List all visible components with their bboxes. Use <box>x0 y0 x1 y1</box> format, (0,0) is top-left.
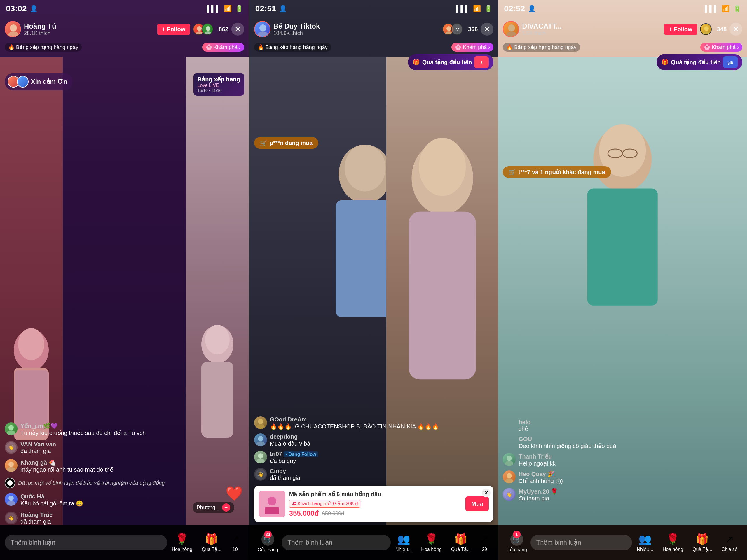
svg-point-61 <box>507 456 512 461</box>
share-count-1: 10 <box>233 547 238 552</box>
rose-icon-2: 🌹 <box>425 533 438 545</box>
info-bar-1: 🔥 Bảng xếp hạng hàng ngày 🌸 Khám phá › <box>0 41 249 54</box>
explore-link-1[interactable]: 🌸 Khám phá › <box>202 43 244 52</box>
phuong-follow-icon-1[interactable]: + <box>222 503 230 512</box>
signal-icon-3: ▌▌▌ <box>705 5 718 12</box>
rose-label-3: Hoa hồng <box>663 546 684 552</box>
svg-point-9 <box>197 26 202 31</box>
svg-point-8 <box>8 31 19 37</box>
rose-btn-1[interactable]: 🌹 Hoa hồng <box>167 533 197 552</box>
viewer-count-2: 366 <box>468 26 478 33</box>
comment-input-1[interactable] <box>5 535 167 550</box>
product-image-2 <box>259 491 285 517</box>
share-btn-2[interactable]: ↗ 29 <box>475 533 493 552</box>
phuong-label-1: Phương... + <box>192 502 234 513</box>
svg-point-21 <box>7 501 15 506</box>
gift-btn-3[interactable]: 🎁 Quà Tặ... <box>688 533 717 552</box>
nhiều-btn-2[interactable]: 👥 Nhiều... <box>391 533 416 552</box>
share-icon-3: ↗ <box>725 533 734 545</box>
gift-btn-2[interactable]: 🎁 Quà Tặ... <box>446 533 475 552</box>
gift-btn-1[interactable]: 🎁 Quà Tặ... <box>197 533 226 552</box>
svg-point-12 <box>205 31 211 35</box>
comment-body-2-1: deepdong Mua ở đâu v bà <box>270 433 310 447</box>
explore-link-2[interactable]: 🌸 Khám phá › <box>452 43 493 52</box>
comment-name-2-1: deepdong <box>270 433 310 440</box>
comment-avatar-1-4 <box>5 493 18 506</box>
gift-label-1: Quà Tặ... <box>202 546 222 552</box>
nhieu-btn-3[interactable]: 👥 Nhiều... <box>632 533 658 552</box>
comment-input-2[interactable] <box>282 535 391 550</box>
comment-body-3-3: Heo Quay 🎉 Chỉ anh hùng :))) <box>518 471 563 484</box>
bottom-toolbar-2: 23 🛒 Cửa hàng 👥 Nhiều... 🌹 Hoa hồng 🎁 Qu… <box>250 525 498 560</box>
gift-icon-banner-3: 🎁 <box>661 59 669 65</box>
viewer-group-1 <box>193 23 213 35</box>
close-button-2[interactable]: ✕ <box>481 23 493 35</box>
share-btn-3[interactable]: ↗ Chia sẻ <box>717 533 742 552</box>
svg-point-14 <box>7 430 15 435</box>
phuong-name-1: Phương... <box>197 504 220 511</box>
comment-item-2-0: GOod DreAm 🔥🔥🔥 IG CHUACOTENSHOP BỊ BÃO T… <box>254 416 494 430</box>
comment-text-3-0: chê <box>518 426 531 432</box>
rose-btn-3[interactable]: 🌹 Hoa hồng <box>658 533 688 552</box>
gift-banner-text-3: Quà tặng đầu tiên <box>671 59 721 65</box>
comment-body-3-1: GOU Đeo kính nhìn giống cô giáo thảo quá <box>518 436 616 450</box>
stream-panel-3: 02:52 👤 ▌▌▌ 📶 🔋 DIVACATT... 1.5K thích +… <box>498 0 747 560</box>
people-icon-2: 👥 <box>397 533 410 545</box>
svg-text:gift: gift <box>728 61 733 65</box>
product-buy-btn-2[interactable]: Mua <box>465 497 489 511</box>
cua-hang-btn-2[interactable]: 23 🛒 Cửa hàng <box>254 533 282 553</box>
svg-text:👋: 👋 <box>8 445 14 450</box>
shopping-banner-3: 🛒 t***7 và 1 người khác đang mua <box>503 166 611 178</box>
svg-rect-25 <box>336 201 394 317</box>
close-button-3[interactable]: ✕ <box>729 23 742 35</box>
shopping-icon-2: 🛒 <box>260 139 267 146</box>
heart-button-1[interactable]: ❤️ <box>226 485 243 502</box>
share-icon-1: ↗ <box>231 533 239 545</box>
rank-card-date-1: 15/10 - 31/10 <box>198 88 240 93</box>
comment-item-2-3: 👋 Cindy đã tham gia <box>254 468 494 481</box>
battery-icon-1: 🔋 <box>235 5 243 12</box>
comment-avatar-1-0 <box>5 422 18 435</box>
close-button-1[interactable]: ✕ <box>231 23 244 35</box>
comment-name-1-0: Yến_j.m🌿💜 <box>20 422 146 429</box>
svg-point-2 <box>18 328 44 360</box>
follow-button-1[interactable]: + Follow <box>157 24 190 35</box>
rose-btn-2[interactable]: 🌹 Hoa hồng <box>416 533 446 552</box>
streamer-info-3: DIVACATT... 1.5K thích <box>522 22 661 36</box>
signal-icon-2: ▌▌▌ <box>456 5 470 12</box>
gift-icon-banner-2: 🎁 <box>413 59 420 65</box>
comment-avatar-1-1: 👋 <box>5 441 18 454</box>
cua-hang-btn-3[interactable]: 1 🛒 Cửa hàng <box>503 533 531 553</box>
comment-body-1-0: Yến_j.m🌿💜 Tú nảy kiu e uống thuốc sâu đó… <box>20 422 146 436</box>
comment-input-3[interactable] <box>531 535 632 550</box>
svg-point-40 <box>258 436 263 441</box>
svg-point-64 <box>505 478 513 483</box>
comment-avatar-1-2 <box>5 459 18 472</box>
comment-item-1-5: 👋 Hoàng Trúc đã tham gia <box>5 512 244 525</box>
status-icons-1: ▌▌▌ 📶 🔋 <box>207 5 243 12</box>
gift-icon-2: 🎁 <box>454 533 467 545</box>
p2-comments: GOod DreAm 🔥🔥🔥 IG CHUACOTENSHOP BỊ BÃO T… <box>250 416 498 481</box>
cua-hang-num-2: 23 <box>264 531 272 538</box>
svg-text:👋: 👋 <box>8 515 14 521</box>
share-count-2: 29 <box>482 547 487 552</box>
header-bar-1: Hoàng Tú 28.1K thích + Follow 862 ✕ <box>0 18 249 41</box>
gift-icon-1: 🎁 <box>205 533 218 545</box>
svg-point-17 <box>8 462 14 467</box>
info-bar-2: 🔥 Bảng xếp hạng hàng ngày 🌸 Khám phá › <box>250 41 498 54</box>
share-btn-1[interactable]: ↗ 10 <box>226 533 244 552</box>
comment-body-1-4: Quốc Hà Kêu bò cái gối ôm ra 😄 <box>20 493 83 507</box>
svg-point-32 <box>446 26 451 31</box>
viewer-group-2: ? <box>442 23 463 35</box>
product-popup-2: ✕ Mã sản phẩm số 6 màu hồng dâu 🏷 Khách … <box>254 486 494 522</box>
battery-icon-2: 🔋 <box>484 5 492 12</box>
follow-button-3[interactable]: + Follow <box>664 24 697 35</box>
explore-link-3[interactable]: 🌸 Khám phá › <box>700 43 742 52</box>
product-price-new-2: 355.000đ <box>289 509 319 517</box>
comment-text-3-3: Chỉ anh hùng :))) <box>518 477 563 484</box>
popup-close-2[interactable]: ✕ <box>482 488 490 497</box>
svg-text:TT: TT <box>8 482 12 485</box>
comment-avatar-2-1 <box>254 433 267 446</box>
comment-text-1-2: máy ngao rồi anh tú sao mắt đỏ thế <box>20 466 113 473</box>
svg-point-43 <box>257 458 265 463</box>
